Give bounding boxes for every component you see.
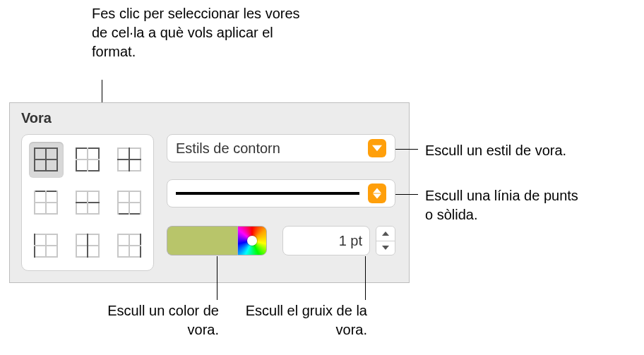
callout-weight: Escull el gruix de la vora. <box>240 301 367 339</box>
border-color-control <box>167 224 267 257</box>
border-edge-vmid[interactable] <box>71 227 105 263</box>
callout-line: Escull una línia de punts o sòlida. <box>425 186 588 224</box>
callout-style: Escull un estil de vora. <box>425 141 566 160</box>
leader-line <box>395 194 418 195</box>
border-weight-value: 1 pt <box>339 233 362 249</box>
color-well[interactable] <box>167 226 237 255</box>
outline-style-label: Estils de contorn <box>176 140 368 157</box>
border-edge-top[interactable] <box>29 185 64 221</box>
outline-style-popup[interactable]: Estils de contorn <box>167 134 395 162</box>
chevron-down-icon <box>368 139 386 157</box>
border-edge-grid <box>21 134 154 271</box>
callout-color: Escull un color de vora. <box>78 301 219 339</box>
line-style-popup[interactable] <box>167 179 395 207</box>
border-edge-inner[interactable] <box>112 142 146 178</box>
border-edge-outer[interactable] <box>71 142 105 178</box>
panel-title: Vora <box>21 110 52 126</box>
leader-line <box>365 256 366 300</box>
callout-edge-select: Fes clic per seleccionar les vores de ce… <box>92 4 318 61</box>
color-wheel-icon[interactable] <box>237 226 267 255</box>
border-panel: Vora <box>9 102 410 283</box>
leader-line <box>395 149 418 150</box>
border-edge-right[interactable] <box>112 227 146 263</box>
line-style-preview <box>176 192 359 195</box>
stepper-down-button[interactable] <box>376 241 395 255</box>
stepper-up-button[interactable] <box>376 227 395 241</box>
border-edge-left[interactable] <box>29 227 64 263</box>
border-weight-control: 1 pt <box>282 224 395 257</box>
border-weight-field[interactable]: 1 pt <box>282 226 370 255</box>
updown-chevron-icon <box>368 183 386 203</box>
border-edge-hmid[interactable] <box>71 185 105 221</box>
border-weight-stepper <box>376 226 395 255</box>
border-edge-bottom[interactable] <box>112 185 146 221</box>
leader-line <box>217 256 217 300</box>
border-edge-all[interactable] <box>29 142 64 178</box>
